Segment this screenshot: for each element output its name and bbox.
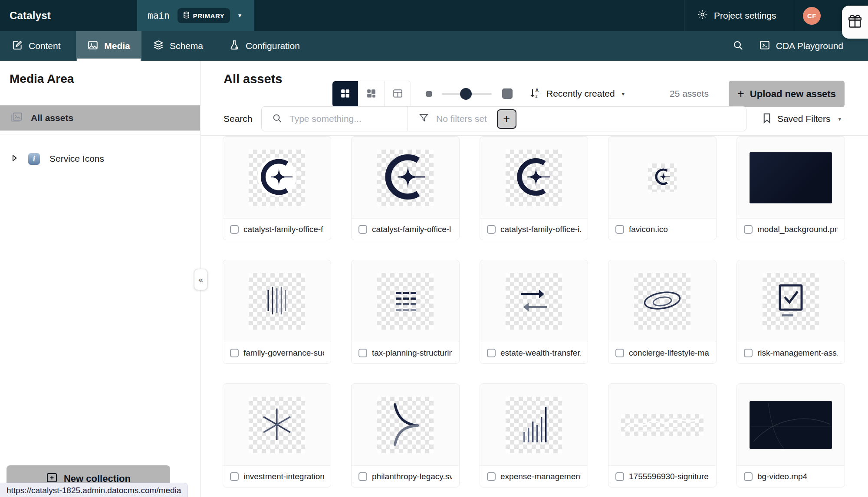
signature <box>621 413 704 437</box>
layers-icon <box>153 39 164 53</box>
collapse-icon: « <box>198 275 203 284</box>
asset-card[interactable]: favicon.ico <box>608 136 717 240</box>
environment-caret-icon[interactable]: ▼ <box>237 13 242 19</box>
asset-checkbox[interactable] <box>744 225 753 234</box>
transparency-checker <box>506 273 562 330</box>
info-icon: i <box>28 153 40 165</box>
asset-card[interactable]: bg-video.mp4 <box>736 383 845 487</box>
asset-checkbox[interactable] <box>487 472 496 481</box>
asset-checkbox[interactable] <box>615 349 624 357</box>
asset-card[interactable]: 1755596930-signiture... <box>608 383 717 487</box>
environment-switcher[interactable]: main PRIMARY ▼ <box>137 0 254 31</box>
svg-text:A: A <box>536 88 539 93</box>
tab-configuration[interactable]: Configuration <box>229 31 300 61</box>
transparency-checker <box>249 397 305 453</box>
size-slider-track[interactable] <box>442 93 492 95</box>
asset-card[interactable]: concierge-lifestyle-ma... <box>608 260 717 364</box>
asset-checkbox[interactable] <box>358 472 367 481</box>
image-icon <box>87 39 99 53</box>
gift-widget-button[interactable] <box>842 6 868 39</box>
search-field[interactable] <box>262 107 408 131</box>
tab-media[interactable]: Media <box>76 31 141 61</box>
asset-card[interactable]: philanthropy-legacy.svg <box>351 383 460 487</box>
asset-checkbox[interactable] <box>615 472 624 481</box>
svg-text:z: z <box>536 93 538 98</box>
asset-card-footer: risk-management-ass... <box>737 342 845 363</box>
transparency-checker <box>621 414 704 436</box>
saved-filters-caret-icon: ▾ <box>838 116 841 122</box>
asset-checkbox[interactable] <box>230 472 239 481</box>
saved-filters-dropdown[interactable]: Saved Filters ▾ <box>763 106 841 131</box>
asset-checkbox[interactable] <box>487 225 496 234</box>
cda-playground-button[interactable]: CDA Playground <box>759 39 843 53</box>
asset-filename: family-governance-suc... <box>243 348 324 358</box>
c-logo <box>513 156 555 200</box>
media-stack-icon <box>10 111 23 125</box>
asset-card-footer: favicon.ico <box>608 218 716 240</box>
asset-checkbox[interactable] <box>230 349 239 357</box>
asset-thumbnail <box>480 137 588 219</box>
masonry-view-button[interactable] <box>358 81 385 107</box>
asset-filename: expense-management... <box>500 472 581 481</box>
grid-view-button[interactable] <box>332 81 358 107</box>
filter-status[interactable]: No filters set <box>408 113 487 125</box>
asset-card[interactable]: family-governance-suc... <box>223 260 331 364</box>
asset-thumbnail <box>608 384 716 466</box>
asset-filename: modal_background.png <box>757 225 838 234</box>
c-logo-circle <box>256 157 297 199</box>
status-url-tooltip: https://catalyst-1825.admin.datocms.com/… <box>0 483 188 497</box>
asset-card[interactable]: catalyst-family-office-i... <box>480 136 588 240</box>
sidebar-collapse-button[interactable]: « <box>194 269 207 290</box>
sort-caret-icon: ▾ <box>622 91 625 97</box>
asset-card[interactable]: catalyst-family-office-l... <box>351 136 460 240</box>
asset-card[interactable]: catalyst-family-office-f... <box>223 136 331 240</box>
asset-card-footer: catalyst-family-office-l... <box>352 218 459 240</box>
asset-checkbox[interactable] <box>487 349 496 357</box>
size-slider-thumb[interactable] <box>460 88 472 100</box>
bar-chart <box>512 402 556 448</box>
search-icon[interactable] <box>733 40 743 52</box>
asset-thumbnail <box>737 137 845 219</box>
funnel-icon <box>419 113 429 125</box>
asset-filename: investment-integration... <box>243 472 324 481</box>
asset-card[interactable]: expense-management... <box>480 383 588 487</box>
search-input[interactable] <box>289 113 388 124</box>
tab-content[interactable]: Content <box>12 31 61 61</box>
cda-playground-label: CDA Playground <box>776 41 843 51</box>
asset-thumbnail <box>608 260 716 342</box>
upload-new-assets-button[interactable]: + Upload new assets <box>729 81 845 107</box>
asset-card[interactable]: modal_background.png <box>736 136 845 240</box>
transparency-checker <box>648 163 677 192</box>
sidebar-divider <box>0 134 200 134</box>
saved-filters-label: Saved Filters <box>777 114 831 124</box>
small-size-icon <box>426 91 432 97</box>
tab-schema[interactable]: Schema <box>153 31 203 61</box>
plus-icon: + <box>737 87 744 101</box>
sidebar-item-service-icons[interactable]: i Service Icons <box>0 147 200 171</box>
project-settings-button[interactable]: Project settings <box>697 0 776 31</box>
asset-checkbox[interactable] <box>230 225 239 234</box>
project-settings-label: Project settings <box>714 10 776 21</box>
asset-card-footer: estate-wealth-transfer.... <box>480 342 588 363</box>
asset-card[interactable]: tax-planning-structurin... <box>351 260 460 364</box>
user-avatar[interactable]: CF <box>803 7 821 25</box>
table-view-button[interactable] <box>385 81 411 107</box>
sort-dropdown[interactable]: Az Recently created ▾ <box>529 81 625 107</box>
sidebar-item-all-assets[interactable]: All assets <box>0 105 200 131</box>
asset-checkbox[interactable] <box>358 225 367 234</box>
asset-card[interactable]: estate-wealth-transfer.... <box>480 260 588 364</box>
asset-card-footer: catalyst-family-office-f... <box>223 218 331 240</box>
asset-count: 25 assets <box>670 81 709 107</box>
asset-filename: 1755596930-signiture... <box>629 472 709 481</box>
sidebar-service-icons-label: Service Icons <box>49 154 104 164</box>
asset-card[interactable]: risk-management-ass... <box>736 260 845 364</box>
asset-checkbox[interactable] <box>358 349 367 357</box>
asset-filename: catalyst-family-office-i... <box>500 225 581 234</box>
asset-card[interactable]: investment-integration... <box>223 383 331 487</box>
asset-checkbox[interactable] <box>744 472 753 481</box>
expand-caret-icon[interactable] <box>11 154 18 163</box>
main-nav-bar: Content Media Schema Configuration CDA P… <box>0 31 868 61</box>
add-filter-button[interactable]: + <box>497 109 516 129</box>
asset-checkbox[interactable] <box>744 349 753 357</box>
asset-checkbox[interactable] <box>615 225 624 234</box>
